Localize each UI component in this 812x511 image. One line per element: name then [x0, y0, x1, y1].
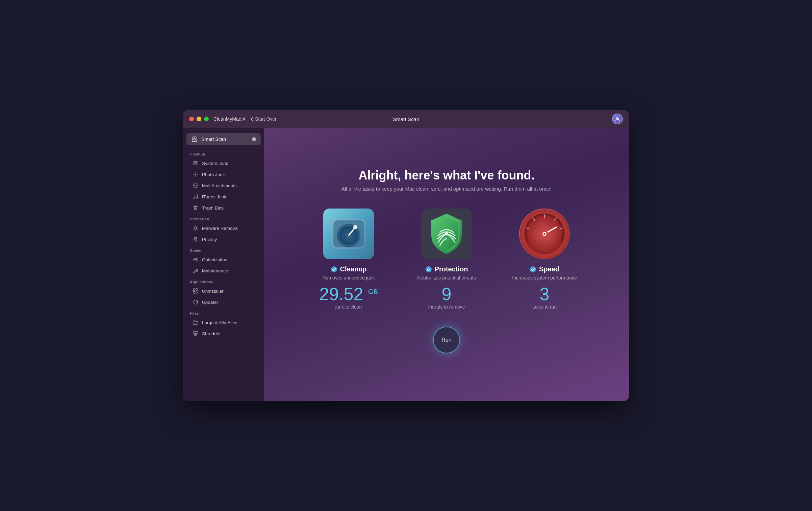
sidebar-item-label: Mail Attachments [202, 183, 237, 188]
protection-label: threats to remove [428, 304, 465, 310]
svg-point-6 [195, 174, 196, 175]
folder-icon [193, 319, 199, 325]
sidebar-item-uninstaller[interactable]: Uninstaller [186, 286, 261, 296]
svg-point-5 [195, 163, 196, 164]
hand-icon [193, 236, 199, 242]
back-button[interactable]: Start Over [250, 116, 277, 122]
user-avatar[interactable] [612, 114, 623, 124]
sidebar-item-itunes-junk[interactable]: iTunes Junk [186, 191, 261, 202]
svg-point-17 [197, 261, 198, 262]
sidebar: Smart Scan Cleanup System Junk [183, 128, 264, 401]
sidebar-item-smart-scan[interactable]: Smart Scan [186, 133, 261, 145]
cleanup-check-icon [331, 266, 337, 273]
refresh-icon [193, 299, 199, 305]
smart-scan-icon [191, 136, 198, 143]
sidebar-section-cleanup: Cleanup System Junk [183, 149, 264, 213]
app-window: CleanMyMac X Start Over Smart Scan [183, 110, 629, 401]
cleanup-title-row: Cleanup [331, 265, 367, 273]
sidebar-item-label: Optimization [202, 257, 227, 262]
svg-point-9 [193, 174, 195, 175]
sidebar-item-maintenance[interactable]: Maintenance [186, 265, 261, 276]
trash-icon [193, 205, 199, 211]
sidebar-item-trash-bins[interactable]: Trash Bins [186, 202, 261, 213]
speed-number: 3 [540, 285, 550, 303]
speed-illustration [519, 209, 570, 259]
sidebar-section-speed: Speed Optimization Maintenance [183, 245, 264, 276]
card-cleanup: Cleanup Removes unneeded junk 29.52 GB j… [305, 209, 392, 310]
protection-illustration [421, 209, 472, 259]
sidebar-item-malware-removal[interactable]: Malware Removal [186, 223, 261, 234]
sidebar-item-label: Malware Removal [202, 226, 238, 231]
cleanup-title: Cleanup [340, 265, 367, 273]
sidebar-item-label: Updater [202, 300, 218, 305]
main-layout: Smart Scan Cleanup System Junk [183, 128, 629, 401]
svg-point-12 [194, 198, 195, 199]
shred-icon [193, 331, 199, 337]
flower-icon [193, 171, 199, 177]
avatar-icon [614, 116, 620, 122]
section-title-cleanup: Cleanup [183, 149, 264, 157]
svg-point-34 [445, 232, 448, 236]
card-protection: Protection Neutralizes potential threats… [403, 209, 490, 310]
smart-scan-label: Smart Scan [201, 137, 226, 142]
sidebar-item-updater[interactable]: Updater [186, 297, 261, 308]
sidebar-item-label: Privacy [202, 237, 217, 242]
page-subtitle: All of the tasks to keep your Mac clean,… [341, 186, 552, 192]
svg-rect-18 [193, 289, 195, 291]
sidebar-item-photo-junk[interactable]: Photo Junk [186, 169, 261, 180]
titlebar: CleanMyMac X Start Over Smart Scan [183, 110, 629, 128]
speed-description: Increases system performance [512, 275, 577, 281]
svg-rect-11 [193, 184, 198, 187]
cleanup-unit: GB [368, 288, 378, 295]
svg-point-31 [353, 225, 357, 229]
svg-point-16 [196, 259, 197, 260]
traffic-lights [189, 117, 209, 121]
svg-point-14 [195, 227, 197, 229]
sliders-icon [193, 257, 199, 263]
sidebar-item-privacy[interactable]: Privacy [186, 234, 261, 245]
svg-point-2 [194, 139, 196, 140]
app-name: CleanMyMac X [213, 116, 246, 122]
svg-rect-19 [196, 289, 198, 291]
sidebar-item-label: Photo Junk [202, 172, 225, 177]
speed-title-row: Speed [530, 265, 559, 273]
smart-scan-indicator [252, 137, 256, 141]
content-inner: Alright, here's what I've found. All of … [264, 162, 629, 367]
sidebar-item-large-old-files[interactable]: Large & Old Files [186, 317, 261, 328]
protection-title-row: Protection [425, 265, 468, 273]
chevron-left-icon [250, 116, 254, 122]
minimize-button[interactable] [197, 117, 201, 121]
sidebar-section-applications: Applications Uninstaller Update [183, 276, 264, 308]
cleanup-label: junk to clean [335, 304, 362, 310]
run-button[interactable]: Run [433, 326, 460, 354]
protection-check-icon [425, 266, 432, 273]
section-title-files: Files [183, 308, 264, 317]
protection-icon [421, 209, 472, 259]
svg-rect-21 [193, 332, 198, 333]
sidebar-item-system-junk[interactable]: System Junk [186, 158, 261, 169]
maximize-button[interactable] [204, 117, 209, 121]
sidebar-item-label: Maintenance [202, 268, 228, 273]
speed-check-icon [530, 266, 536, 273]
section-title-applications: Applications [183, 276, 264, 285]
apps-icon [193, 288, 199, 294]
window-title: Smart Scan [393, 116, 419, 122]
sidebar-item-shredder[interactable]: Shredder [186, 328, 261, 339]
close-button[interactable] [189, 117, 194, 121]
wrench-icon [193, 268, 199, 274]
sidebar-item-optimization[interactable]: Optimization [186, 254, 261, 265]
svg-point-13 [196, 197, 198, 198]
svg-point-35 [426, 266, 432, 272]
svg-point-7 [195, 172, 196, 173]
section-title-speed: Speed [183, 245, 264, 254]
svg-point-46 [543, 233, 545, 235]
sidebar-item-label: System Junk [202, 161, 228, 166]
sidebar-item-label: Shredder [202, 331, 221, 336]
page-title: Alright, here's what I've found. [358, 168, 534, 182]
sidebar-item-mail-attachments[interactable]: Mail Attachments [186, 180, 261, 191]
svg-point-47 [530, 266, 536, 272]
svg-rect-20 [193, 291, 195, 293]
speed-icon [519, 209, 570, 259]
cleanup-illustration [323, 209, 374, 259]
sidebar-item-label: Large & Old Files [202, 320, 237, 325]
